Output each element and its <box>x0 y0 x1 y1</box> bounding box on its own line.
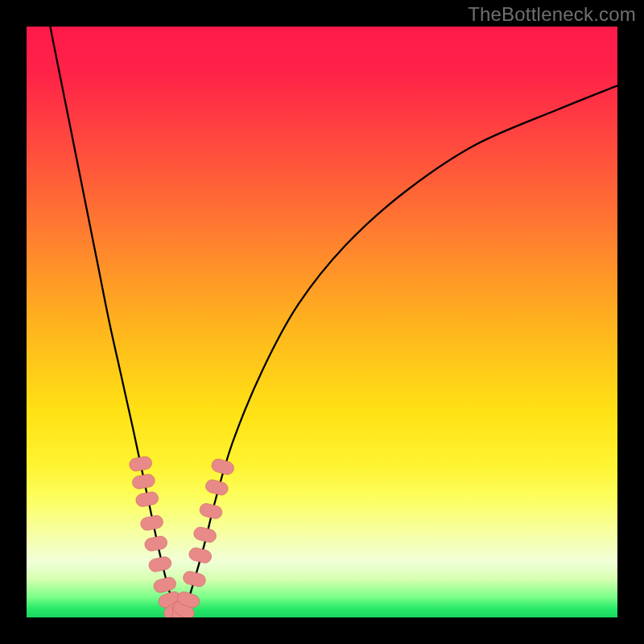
plot-background <box>27 27 617 617</box>
chart-svg <box>0 0 644 644</box>
chart-stage: TheBottleneck.com <box>0 0 644 644</box>
